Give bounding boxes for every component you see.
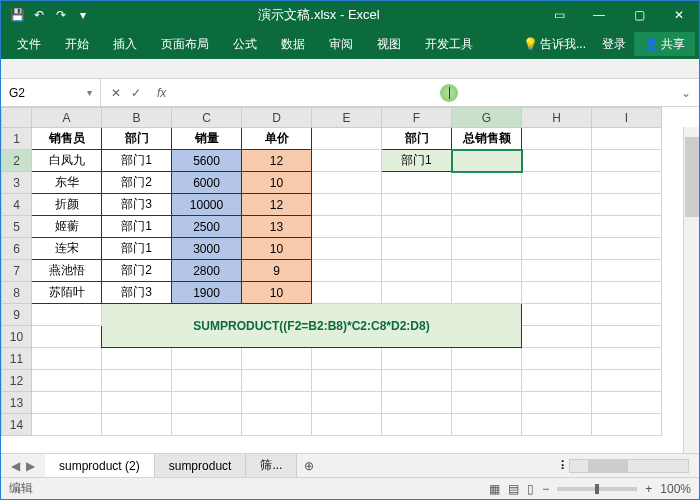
row-11[interactable]: 11 [2, 348, 32, 370]
cell[interactable]: 10 [242, 172, 312, 194]
cell[interactable] [522, 392, 592, 414]
scrollbar-thumb[interactable] [685, 137, 699, 217]
cell[interactable] [312, 194, 382, 216]
cell[interactable] [312, 172, 382, 194]
cell[interactable]: 苏陌叶 [32, 282, 102, 304]
fx-icon[interactable]: fx [151, 86, 172, 100]
cell[interactable] [592, 216, 662, 238]
cell[interactable] [522, 414, 592, 436]
cell[interactable] [382, 216, 452, 238]
cell[interactable] [382, 238, 452, 260]
signin-link[interactable]: 登录 [594, 36, 634, 53]
cell[interactable]: 折颜 [32, 194, 102, 216]
cell[interactable] [242, 370, 312, 392]
cell[interactable] [102, 370, 172, 392]
col-D[interactable]: D [242, 108, 312, 128]
tab-data[interactable]: 数据 [269, 29, 317, 59]
cell[interactable] [592, 194, 662, 216]
cell[interactable] [172, 392, 242, 414]
select-all-corner[interactable] [2, 108, 32, 128]
cell[interactable] [32, 392, 102, 414]
cell[interactable]: 单价 [242, 128, 312, 150]
cell[interactable]: 5600 [172, 150, 242, 172]
col-B[interactable]: B [102, 108, 172, 128]
cell[interactable] [522, 238, 592, 260]
zoom-slider[interactable] [557, 487, 637, 491]
cell[interactable] [592, 370, 662, 392]
cell[interactable] [312, 392, 382, 414]
cell[interactable] [522, 282, 592, 304]
view-pagelayout-icon[interactable]: ▤ [508, 482, 519, 496]
row-3[interactable]: 3 [2, 172, 32, 194]
cell[interactable] [102, 392, 172, 414]
cell[interactable] [522, 194, 592, 216]
formula-banner[interactable]: SUMPRODUCT((F2=B2:B8)*C2:C8*D2:D8) [102, 304, 522, 348]
cell[interactable]: 13 [242, 216, 312, 238]
cell[interactable] [102, 414, 172, 436]
row-7[interactable]: 7 [2, 260, 32, 282]
col-F[interactable]: F [382, 108, 452, 128]
cell[interactable]: 部门2 [102, 260, 172, 282]
row-1[interactable]: 1 [2, 128, 32, 150]
zoom-level[interactable]: 100% [660, 482, 691, 496]
cell[interactable] [592, 414, 662, 436]
col-C[interactable]: C [172, 108, 242, 128]
cancel-formula-icon[interactable]: ✕ [111, 86, 121, 100]
cell[interactable] [592, 260, 662, 282]
cell[interactable] [522, 128, 592, 150]
tab-view[interactable]: 视图 [365, 29, 413, 59]
row-14[interactable]: 14 [2, 414, 32, 436]
cell[interactable] [592, 304, 662, 326]
cell[interactable]: 2500 [172, 216, 242, 238]
maximize-icon[interactable]: ▢ [619, 1, 659, 29]
cell[interactable] [452, 238, 522, 260]
cell[interactable] [312, 282, 382, 304]
cell[interactable] [172, 370, 242, 392]
cell[interactable] [172, 414, 242, 436]
cell[interactable] [32, 304, 102, 326]
cell[interactable] [312, 348, 382, 370]
row-2[interactable]: 2 [2, 150, 32, 172]
cell[interactable] [452, 194, 522, 216]
tell-me[interactable]: 💡告诉我... [515, 36, 594, 53]
sheet-nav-next-icon[interactable]: ▶ [26, 459, 35, 473]
sheet-tab-active[interactable]: sumproduct (2) [45, 454, 155, 478]
cell[interactable]: 6000 [172, 172, 242, 194]
cell[interactable]: 部门1 [382, 150, 452, 172]
zoom-out-icon[interactable]: − [542, 482, 549, 496]
chevron-down-icon[interactable]: ▾ [87, 87, 92, 98]
cell[interactable] [242, 348, 312, 370]
sheet-nav-prev-icon[interactable]: ◀ [11, 459, 20, 473]
cell[interactable] [32, 370, 102, 392]
cell[interactable]: 12 [242, 194, 312, 216]
cell[interactable] [522, 304, 592, 326]
cell[interactable]: 部门1 [102, 216, 172, 238]
cell[interactable] [32, 414, 102, 436]
horizontal-scrollbar[interactable] [569, 459, 689, 473]
cell[interactable] [452, 414, 522, 436]
new-sheet-icon[interactable]: ⊕ [297, 459, 321, 473]
cell[interactable] [522, 348, 592, 370]
cell[interactable] [382, 370, 452, 392]
cell[interactable] [452, 392, 522, 414]
cell[interactable] [312, 260, 382, 282]
cell[interactable]: 总销售额 [452, 128, 522, 150]
view-pagebreak-icon[interactable]: ▯ [527, 482, 534, 496]
col-A[interactable]: A [32, 108, 102, 128]
tab-insert[interactable]: 插入 [101, 29, 149, 59]
scroll-split-icon[interactable]: ⠇ [560, 459, 569, 473]
cell[interactable] [382, 392, 452, 414]
zoom-in-icon[interactable]: + [645, 482, 652, 496]
cell[interactable] [452, 348, 522, 370]
cell[interactable] [592, 238, 662, 260]
zoom-thumb[interactable] [595, 484, 599, 494]
cell[interactable] [242, 414, 312, 436]
formula-expand-icon[interactable]: ⌄ [673, 86, 699, 100]
col-I[interactable]: I [592, 108, 662, 128]
col-E[interactable]: E [312, 108, 382, 128]
tab-file[interactable]: 文件 [5, 29, 53, 59]
cell[interactable] [312, 150, 382, 172]
cell[interactable] [382, 348, 452, 370]
row-8[interactable]: 8 [2, 282, 32, 304]
undo-icon[interactable]: ↶ [31, 7, 47, 23]
